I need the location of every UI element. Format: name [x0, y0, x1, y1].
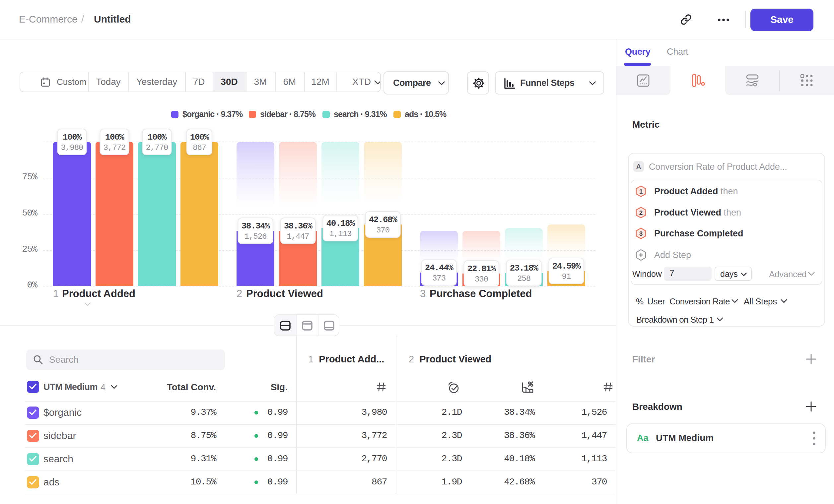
- svg-text:3: 3: [639, 230, 643, 237]
- svg-text:1: 1: [639, 188, 643, 195]
- svg-text:2: 2: [639, 209, 643, 216]
